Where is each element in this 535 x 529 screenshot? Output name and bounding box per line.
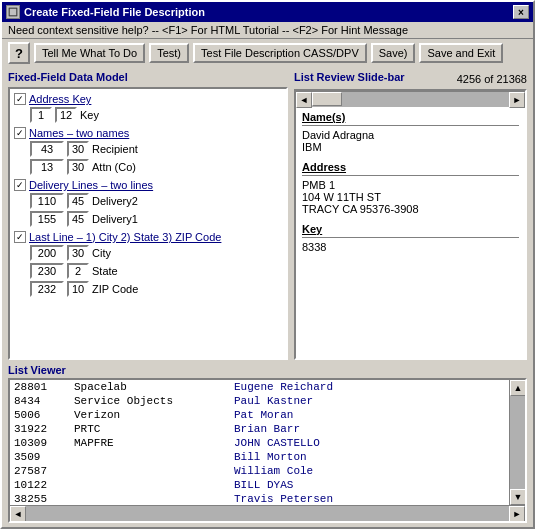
address-key-suffix: Key	[80, 109, 99, 121]
save-exit-button[interactable]: Save and Exit	[419, 43, 503, 63]
list-col3: Paul Kastner	[234, 395, 313, 407]
last-line-col2-2[interactable]: 10	[67, 281, 89, 297]
scroll-right-btn[interactable]: ►	[509, 92, 525, 108]
data-model-panel: ✓ Address Key 1 12 Key ✓ Names – two nam…	[8, 87, 288, 360]
list-row[interactable]: 31922PRTCBrian Barr	[10, 422, 525, 436]
slide-address-line-1: 104 W 11TH ST	[302, 191, 519, 203]
slide-bar-hscroll: ◄ ►	[296, 91, 525, 107]
slide-address-title: Address	[302, 161, 519, 173]
list-col3: JOHN CASTELLO	[234, 437, 320, 449]
slide-bar-header: List Review Slide-bar 4256 of 21368	[294, 71, 527, 87]
title-bar: Create Fixed-Field File Description ×	[2, 2, 533, 22]
address-key-row: ✓ Address Key	[14, 93, 282, 105]
list-col2	[74, 493, 234, 505]
last-line-col2-0[interactable]: 30	[67, 245, 89, 261]
address-key-col1[interactable]: 1	[30, 107, 52, 123]
address-divider	[302, 175, 519, 176]
last-line-row-2: 232 10 ZIP Code	[30, 281, 282, 297]
close-button[interactable]: ×	[513, 5, 529, 19]
list-row[interactable]: 5006VerizonPat Moran	[10, 408, 525, 422]
list-row[interactable]: 3509Bill Morton	[10, 450, 525, 464]
delivery-suffix-1: Delivery1	[92, 213, 138, 225]
delivery-checkbox[interactable]: ✓	[14, 179, 26, 191]
list-col2	[74, 451, 234, 463]
address-key-checkbox[interactable]: ✓	[14, 93, 26, 105]
scroll-v-track[interactable]	[510, 396, 525, 489]
list-row[interactable]: 10122BILL DYAS	[10, 478, 525, 492]
last-line-col1-0[interactable]: 200	[30, 245, 64, 261]
slide-key-line-0: 8338	[302, 241, 519, 253]
slide-key-section: Key 8338	[302, 223, 519, 253]
last-line-fields: 200 30 City 230 2 State 232 10 ZIP C	[30, 245, 282, 297]
names-suffix-0: Recipient	[92, 143, 138, 155]
list-col1: 28801	[14, 381, 74, 393]
scroll-up-btn[interactable]: ▲	[510, 380, 526, 396]
save-button[interactable]: Save)	[371, 43, 416, 63]
list-col1: 3509	[14, 451, 74, 463]
list-col2	[74, 479, 234, 491]
slide-address-section: Address PMB 1 104 W 11TH ST TRACY CA 953…	[302, 161, 519, 215]
list-col1: 8434	[14, 395, 74, 407]
last-line-col2-1[interactable]: 2	[67, 263, 89, 279]
address-key-col2[interactable]: 12	[55, 107, 77, 123]
list-row[interactable]: 10309MAPFREJOHN CASTELLO	[10, 436, 525, 450]
delivery-label: Delivery Lines – two lines	[29, 179, 153, 191]
list-col2: Verizon	[74, 409, 234, 421]
key-divider	[302, 237, 519, 238]
window-icon	[6, 5, 20, 19]
list-row[interactable]: 38255Travis Petersen	[10, 492, 525, 505]
slide-name-section: Name(s) David Adragna IBM	[302, 111, 519, 153]
last-line-suffix-0: City	[92, 247, 111, 259]
left-panel: Fixed-Field Data Model ✓ Address Key 1 1…	[8, 71, 288, 360]
question-button[interactable]: ?	[8, 42, 30, 64]
list-col1: 10309	[14, 437, 74, 449]
names-col1-0[interactable]: 43	[30, 141, 64, 157]
delivery-col1-0[interactable]: 110	[30, 193, 64, 209]
fixed-field-title: Fixed-Field Data Model	[8, 71, 288, 83]
last-line-col1-2[interactable]: 232	[30, 281, 64, 297]
delivery-col2-0[interactable]: 45	[67, 193, 89, 209]
main-window: Create Fixed-Field File Description × Ne…	[0, 0, 535, 529]
list-col3: Eugene Reichard	[234, 381, 333, 393]
help-text: Need context sensitive help? -- <F1> For…	[8, 24, 408, 36]
slide-name-title: Name(s)	[302, 111, 519, 123]
slide-address-line-2: TRACY CA 95376-3908	[302, 203, 519, 215]
slide-bar-count: 4256 of 21368	[457, 73, 527, 85]
names-col2-0[interactable]: 30	[67, 141, 89, 157]
delivery-row-0: 110 45 Delivery2	[30, 193, 282, 209]
list-row[interactable]: 28801SpacelabEugene Reichard	[10, 380, 525, 394]
names-col1-1[interactable]: 13	[30, 159, 64, 175]
list-col1: 38255	[14, 493, 74, 505]
list-col2: Service Objects	[74, 395, 234, 407]
names-fields: 43 30 Recipient 13 30 Attn (Co)	[30, 141, 282, 175]
help-bar: Need context sensitive help? -- <F1> For…	[2, 22, 533, 39]
list-viewer: 28801SpacelabEugene Reichard8434Service …	[8, 378, 527, 523]
last-line-group: ✓ Last Line – 1) City 2) State 3) ZIP Co…	[14, 231, 282, 297]
list-scrollbar: ▲ ▼	[509, 380, 525, 505]
tell-me-button[interactable]: Tell Me What To Do	[34, 43, 145, 63]
toolbar: ? Tell Me What To Do Test) Test File Des…	[2, 39, 533, 67]
list-row[interactable]: 27587William Cole	[10, 464, 525, 478]
list-col1: 5006	[14, 409, 74, 421]
list-scroll-left[interactable]: ◄	[10, 506, 26, 522]
test-button[interactable]: Test)	[149, 43, 189, 63]
names-suffix-1: Attn (Co)	[92, 161, 136, 173]
scroll-down-btn[interactable]: ▼	[510, 489, 526, 505]
last-line-checkbox[interactable]: ✓	[14, 231, 26, 243]
list-row[interactable]: 8434Service ObjectsPaul Kastner	[10, 394, 525, 408]
test-cass-button[interactable]: Test File Description CASS/DPV	[193, 43, 367, 63]
names-checkbox[interactable]: ✓	[14, 127, 26, 139]
list-scroll-right[interactable]: ►	[509, 506, 525, 522]
scroll-h-track[interactable]	[312, 92, 509, 107]
names-col2-1[interactable]: 30	[67, 159, 89, 175]
name-divider	[302, 125, 519, 126]
delivery-col2-1[interactable]: 45	[67, 211, 89, 227]
slide-name-line-1: IBM	[302, 141, 519, 153]
delivery-col1-1[interactable]: 155	[30, 211, 64, 227]
address-key-group: ✓ Address Key 1 12 Key	[14, 93, 282, 123]
last-line-col1-1[interactable]: 230	[30, 263, 64, 279]
list-scroll-track[interactable]	[26, 506, 509, 521]
list-viewer-section: List Viewer 28801SpacelabEugene Reichard…	[2, 364, 533, 527]
scroll-left-btn[interactable]: ◄	[296, 92, 312, 108]
title-bar-left: Create Fixed-Field File Description	[6, 5, 205, 19]
